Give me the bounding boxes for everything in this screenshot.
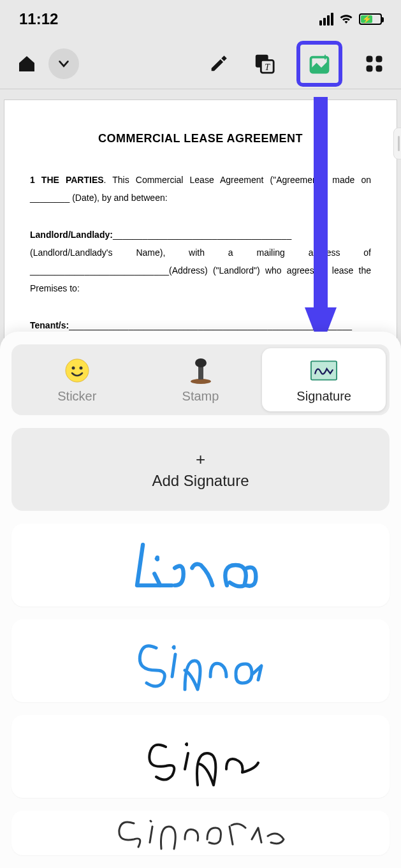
- tab-sticker-label: Sticker: [57, 389, 96, 404]
- image-sparkle-icon: [308, 52, 331, 75]
- svg-rect-5: [376, 55, 383, 62]
- grid-icon: [365, 54, 384, 73]
- signature-item-0[interactable]: [11, 524, 390, 607]
- home-button[interactable]: [13, 50, 41, 78]
- image-text-icon: T: [254, 53, 275, 75]
- tenant-label: Tenant/s:: [30, 320, 69, 330]
- wifi-icon: [339, 11, 354, 27]
- section-heading: 1 THE PARTIES: [30, 175, 104, 185]
- svg-point-10: [79, 367, 82, 370]
- sticker-icon: [64, 357, 91, 384]
- svg-point-8: [66, 359, 89, 382]
- image-tool-highlight: [296, 41, 342, 87]
- doc-section-parties: 1 THE PARTIES. This Commercial Lease Agr…: [30, 171, 371, 207]
- grid-button[interactable]: [360, 50, 388, 78]
- tab-sticker[interactable]: Sticker: [15, 348, 139, 411]
- battery-charging-icon: ⚡: [359, 13, 382, 25]
- svg-text:T: T: [265, 61, 270, 71]
- svg-point-15: [155, 555, 159, 559]
- highlighter-button[interactable]: [205, 50, 233, 78]
- landlord-label: Landlord/Landlady:: [30, 230, 113, 240]
- doc-title: COMMERCIAL LEASE AGREEMENT: [30, 132, 371, 145]
- status-bar: 11:12 ⚡: [0, 0, 401, 38]
- status-icons: ⚡: [319, 11, 382, 27]
- dropdown-button[interactable]: [48, 48, 79, 79]
- svg-point-11: [191, 379, 211, 384]
- highlighter-icon: [208, 53, 230, 75]
- tab-signature[interactable]: Signature: [262, 348, 386, 411]
- add-signature-button[interactable]: + Add Signature: [11, 428, 390, 511]
- signature-icon: [310, 357, 337, 384]
- svg-point-17: [186, 742, 188, 745]
- svg-point-16: [172, 645, 175, 649]
- image-button[interactable]: [308, 52, 331, 75]
- cellular-signal-icon: [319, 13, 333, 26]
- doc-section-landlord: Landlord/Landlady:______________________…: [30, 226, 371, 297]
- signature-item-2[interactable]: [11, 715, 390, 798]
- home-icon: [17, 54, 37, 74]
- signature-preview: [112, 533, 290, 597]
- svg-rect-7: [376, 65, 383, 71]
- svg-rect-4: [367, 55, 373, 62]
- tab-signature-label: Signature: [296, 389, 351, 404]
- scroll-indicator[interactable]: [393, 128, 401, 159]
- signature-preview: [131, 725, 271, 788]
- signature-preview: [124, 629, 277, 693]
- svg-point-9: [71, 367, 75, 370]
- tab-stamp[interactable]: Stamp: [139, 348, 263, 411]
- svg-rect-6: [367, 65, 373, 71]
- plus-icon: +: [196, 450, 205, 469]
- signature-preview: [105, 811, 296, 855]
- insert-tabs: Sticker Stamp Signature: [11, 344, 390, 415]
- stamp-icon: [187, 357, 214, 384]
- insert-bottom-sheet: Sticker Stamp Signature + Add Signature: [0, 332, 401, 868]
- editor-toolbar: T: [0, 38, 401, 89]
- image-text-button[interactable]: T: [251, 50, 279, 78]
- signature-item-1[interactable]: [11, 619, 390, 702]
- signature-item-3[interactable]: [11, 811, 390, 855]
- status-time: 11:12: [19, 10, 58, 28]
- add-signature-label: Add Signature: [152, 472, 249, 490]
- svg-point-13: [195, 358, 207, 367]
- tab-stamp-label: Stamp: [182, 389, 219, 404]
- chevron-down-icon: [57, 57, 71, 71]
